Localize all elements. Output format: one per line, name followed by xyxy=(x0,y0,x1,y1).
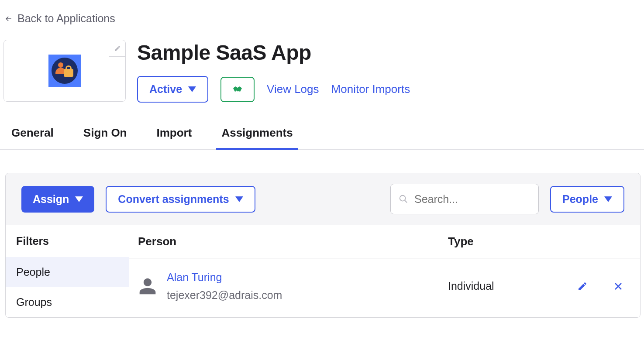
person-email: tejexer392@adrais.com xyxy=(167,289,282,302)
back-link-label: Back to Applications xyxy=(17,12,115,25)
svg-point-0 xyxy=(400,196,406,201)
assignment-type: Individual xyxy=(448,280,548,292)
caret-down-icon xyxy=(604,196,612,202)
scope-label: People xyxy=(562,193,598,206)
search-icon xyxy=(399,194,408,204)
table-row: Alan Turing tejexer392@adrais.com Indivi… xyxy=(129,258,640,314)
monitor-imports-link[interactable]: Monitor Imports xyxy=(331,82,410,96)
app-title: Sample SaaS App xyxy=(137,41,644,65)
convert-assignments-button[interactable]: Convert assignments xyxy=(106,186,255,213)
tab-assignments[interactable]: Assignments xyxy=(221,126,293,149)
assign-button[interactable]: Assign xyxy=(21,186,94,213)
handshake-icon xyxy=(231,85,244,94)
person-name-link[interactable]: Alan Turing xyxy=(167,271,282,284)
convert-label: Convert assignments xyxy=(118,193,229,206)
edit-assignment-button[interactable] xyxy=(577,281,588,292)
filters-header: Filters xyxy=(6,225,129,257)
tabs: General Sign On Import Assignments xyxy=(0,103,644,150)
edit-logo-button[interactable] xyxy=(109,40,125,57)
search-input[interactable] xyxy=(414,193,530,206)
handshake-button[interactable] xyxy=(220,77,255,102)
tab-sign-on[interactable]: Sign On xyxy=(83,126,127,149)
view-logs-link[interactable]: View Logs xyxy=(267,82,319,96)
tab-general[interactable]: General xyxy=(11,126,54,149)
app-logo-icon xyxy=(48,55,81,87)
column-header-person: Person xyxy=(138,235,448,248)
person-silhouette-icon xyxy=(138,276,157,297)
assignments-panel: Assign Convert assignments People Filter… xyxy=(5,173,641,318)
caret-down-icon xyxy=(188,86,196,92)
assignments-toolbar: Assign Convert assignments People xyxy=(6,173,640,225)
remove-assignment-button[interactable] xyxy=(613,281,623,292)
caret-down-icon xyxy=(75,196,83,202)
search-box[interactable] xyxy=(390,184,539,214)
scope-dropdown[interactable]: People xyxy=(550,186,624,213)
assignments-table: Person Type Alan Turing tejexer392@adrai… xyxy=(129,225,640,317)
caret-down-icon xyxy=(235,196,243,202)
filter-groups[interactable]: Groups xyxy=(6,287,129,317)
filter-people[interactable]: People xyxy=(6,257,129,287)
pencil-icon xyxy=(114,45,121,52)
arrow-left-icon xyxy=(4,14,13,23)
app-logo-card xyxy=(3,40,126,102)
assign-label: Assign xyxy=(33,193,69,206)
tab-import[interactable]: Import xyxy=(157,126,192,149)
status-dropdown[interactable]: Active xyxy=(137,76,208,103)
filters-sidebar: Filters People Groups xyxy=(6,225,129,317)
back-to-applications-link[interactable]: Back to Applications xyxy=(0,0,644,25)
status-label: Active xyxy=(149,83,182,96)
column-header-type: Type xyxy=(448,235,631,248)
